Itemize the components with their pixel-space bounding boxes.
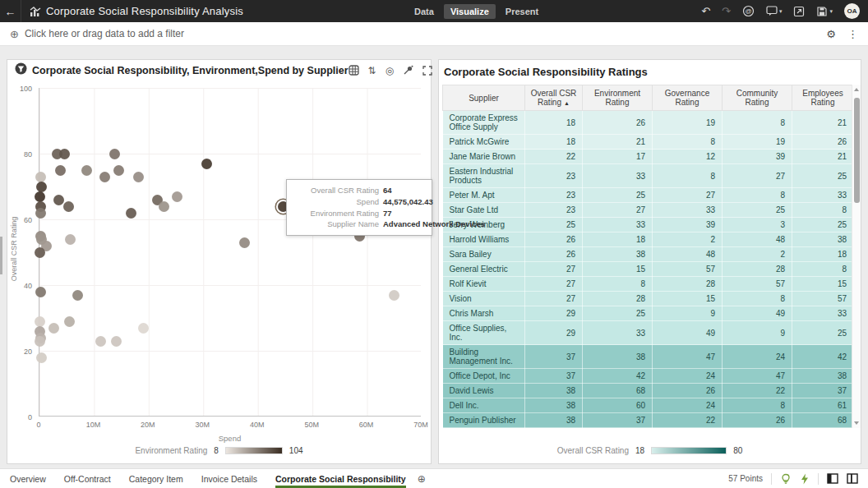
- rating-cell[interactable]: 8: [723, 111, 792, 135]
- rating-cell[interactable]: 33: [792, 306, 854, 321]
- rating-cell[interactable]: 47: [653, 345, 723, 369]
- insight-lamp-icon[interactable]: [780, 473, 792, 485]
- supplier-cell[interactable]: Jane Marie Brown: [443, 150, 525, 164]
- supplier-cell[interactable]: Patrick McGwire: [443, 135, 525, 150]
- rating-cell[interactable]: 25: [583, 188, 653, 203]
- rating-cell[interactable]: 25: [525, 218, 583, 232]
- rating-cell[interactable]: 33: [653, 203, 723, 218]
- canvas-tab-invoice-details[interactable]: Invoice Details: [201, 469, 257, 488]
- rating-cell[interactable]: 23: [525, 164, 583, 188]
- table-row[interactable]: Dell Inc.386024861: [443, 398, 854, 413]
- pin-icon[interactable]: [403, 65, 413, 76]
- layout-grid-icon[interactable]: [349, 65, 359, 76]
- table-scrollbar[interactable]: [852, 85, 861, 428]
- rating-cell[interactable]: 38: [792, 369, 854, 384]
- supplier-cell[interactable]: Harrold Williams: [443, 232, 525, 247]
- rating-cell[interactable]: 39: [723, 150, 792, 164]
- scatter-point[interactable]: [126, 208, 136, 219]
- rating-cell[interactable]: 29: [525, 321, 583, 345]
- scatter-point[interactable]: [35, 191, 45, 202]
- table-row[interactable]: Vision272815857: [443, 292, 854, 306]
- column-header-community-rating[interactable]: Community Rating: [723, 85, 792, 111]
- rating-cell[interactable]: 49: [653, 321, 723, 345]
- rating-cell[interactable]: 9: [653, 306, 723, 321]
- table-row[interactable]: Penguin Publisher3837222668: [443, 413, 854, 428]
- rating-cell[interactable]: 21: [792, 150, 854, 164]
- rating-cell[interactable]: 22: [723, 384, 792, 398]
- undo-icon[interactable]: ↶: [701, 6, 710, 16]
- rating-cell[interactable]: 8: [792, 262, 854, 277]
- supplier-cell[interactable]: Eastern Industrial Products: [443, 164, 525, 188]
- filter-badge-icon[interactable]: [15, 62, 27, 78]
- rating-cell[interactable]: 15: [792, 277, 854, 292]
- table-row[interactable]: Office Depot, Inc3742244738: [443, 369, 854, 384]
- scatter-point[interactable]: [59, 149, 70, 159]
- rating-cell[interactable]: 38: [792, 232, 854, 247]
- supplier-cell[interactable]: Chris Marsh: [443, 306, 525, 321]
- table-row[interactable]: Eastern Industrial Products233382725: [443, 164, 854, 188]
- mode-tab-present[interactable]: Present: [499, 4, 545, 19]
- rating-cell[interactable]: 48: [723, 232, 792, 247]
- scatter-point[interactable]: [35, 316, 45, 327]
- rating-cell[interactable]: 69: [583, 428, 653, 429]
- supplier-cell[interactable]: ABC Consulting: [443, 428, 525, 429]
- rating-cell[interactable]: 18: [525, 111, 583, 135]
- supplier-cell[interactable]: Rolf Kievit: [443, 277, 525, 292]
- scatter-point[interactable]: [35, 336, 45, 347]
- window-scrollbar[interactable]: [0, 237, 2, 274]
- rating-cell[interactable]: 26: [723, 413, 792, 428]
- table-row[interactable]: Patrick McGwire182181926: [443, 135, 854, 150]
- rating-cell[interactable]: 26: [525, 232, 583, 247]
- canvas-tab-corporate-social-responsibility[interactable]: Corporate Social Responsibility: [275, 469, 406, 488]
- mode-tab-data[interactable]: Data: [408, 4, 441, 19]
- rating-cell[interactable]: 26: [653, 384, 723, 398]
- rating-cell[interactable]: 33: [583, 164, 653, 188]
- rating-cell[interactable]: 29: [525, 306, 583, 321]
- rating-cell[interactable]: 8: [792, 203, 854, 218]
- rating-cell[interactable]: 37: [792, 384, 854, 398]
- supplier-cell[interactable]: Sara Bailey: [443, 247, 525, 262]
- rating-cell[interactable]: 42: [792, 345, 854, 369]
- rating-cell[interactable]: 27: [525, 277, 583, 292]
- scatter-point[interactable]: [109, 149, 120, 159]
- supplier-cell[interactable]: Peter M. Apt: [443, 188, 525, 203]
- rating-cell[interactable]: 26: [525, 247, 583, 262]
- rating-cell[interactable]: 21: [792, 111, 854, 135]
- scatter-point[interactable]: [35, 247, 45, 258]
- comment-caret-icon[interactable]: ▾: [779, 8, 783, 14]
- rating-cell[interactable]: 24: [653, 398, 723, 413]
- table-row[interactable]: ABC Consulting4869391867: [443, 428, 854, 429]
- rating-cell[interactable]: 37: [583, 413, 653, 428]
- filterbar-menu-icon[interactable]: ⋮: [847, 28, 858, 40]
- mode-tab-visualize[interactable]: Visualize: [444, 4, 496, 19]
- rating-cell[interactable]: 26: [583, 111, 653, 135]
- scatter-point[interactable]: [55, 165, 66, 176]
- scatter-point[interactable]: [64, 316, 75, 327]
- rating-cell[interactable]: 27: [525, 292, 583, 306]
- rating-cell[interactable]: 8: [723, 188, 792, 203]
- scroll-up-button[interactable]: [852, 85, 861, 94]
- scatter-point[interactable]: [36, 182, 47, 192]
- rating-cell[interactable]: 8: [583, 277, 653, 292]
- table-row[interactable]: Sara Bailey263848218: [443, 247, 854, 262]
- table-row[interactable]: Chris Marsh292594933: [443, 306, 854, 321]
- supplier-cell[interactable]: Corporate Express Office Supply: [443, 111, 525, 135]
- table-row[interactable]: Office Supplies, Inc.293349925: [443, 321, 854, 345]
- redo-icon[interactable]: ↷: [722, 6, 731, 16]
- column-header-overall-csr-rating[interactable]: Overall CSR Rating▲: [525, 85, 583, 111]
- rating-cell[interactable]: 23: [525, 188, 583, 203]
- rating-cell[interactable]: 57: [653, 262, 723, 277]
- comment-icon[interactable]: ▾: [766, 6, 783, 16]
- table-row[interactable]: General Electric271557288: [443, 262, 854, 277]
- rating-cell[interactable]: 17: [583, 150, 653, 164]
- rating-cell[interactable]: 9: [723, 321, 792, 345]
- rating-cell[interactable]: 37: [525, 345, 583, 369]
- scatter-point[interactable]: [53, 195, 64, 205]
- rating-cell[interactable]: 18: [792, 247, 854, 262]
- scatter-point[interactable]: [133, 172, 144, 182]
- rating-cell[interactable]: 3: [723, 218, 792, 232]
- rating-cell[interactable]: 39: [653, 428, 723, 429]
- rating-cell[interactable]: 15: [583, 262, 653, 277]
- user-avatar[interactable]: OA: [844, 3, 860, 19]
- rating-cell[interactable]: 57: [792, 292, 854, 306]
